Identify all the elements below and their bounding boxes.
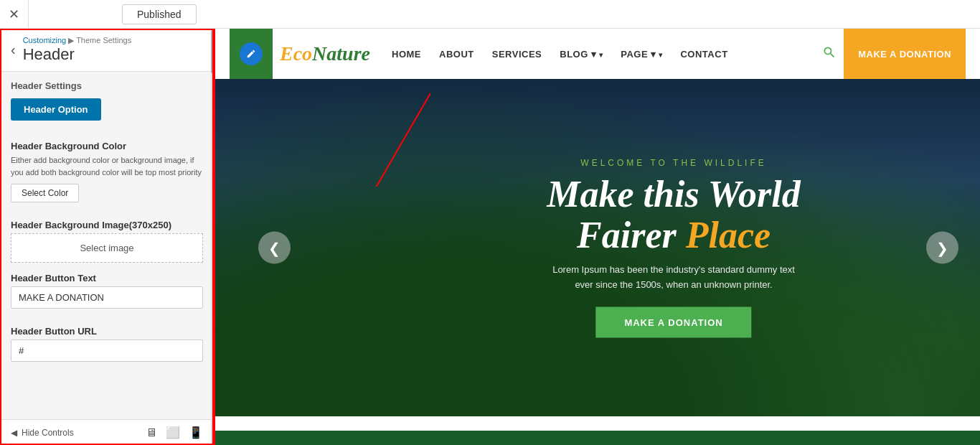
tablet-icon: ⬜ [166,426,180,439]
carousel-prev-button[interactable]: ❮ [258,232,291,264]
close-icon: ✕ [9,6,19,22]
mobile-view-button[interactable]: 📱 [189,426,203,439]
btn-url-input[interactable] [11,339,203,362]
published-button[interactable]: Published [122,4,197,24]
preview-bottom-bar [215,416,980,431]
mobile-icon: 📱 [189,426,203,439]
scrollbar[interactable] [211,29,214,445]
panel-footer: ◀ Hide Controls 🖥 ⬜ 📱 [0,419,214,445]
bg-image-label: Header Background Image(370x250) [11,220,203,230]
carousel-next-icon: ❯ [936,239,948,256]
desktop-view-button[interactable]: 🖥 [146,426,157,439]
nav-donate-button[interactable]: MAKE A DONATION [844,29,966,79]
desktop-icon: 🖥 [146,426,157,439]
nav-page[interactable]: PAGE ▾ [621,49,662,60]
nav-links: HOME ABOUT SERVICES BLOG ▾ PAGE ▾ CONTAC… [392,49,822,60]
carousel-prev-icon: ❮ [268,239,281,256]
footer-icons: 🖥 ⬜ 📱 [146,426,203,439]
select-image-label: Select image [80,243,133,253]
bg-color-desc: Either add background color or backgroun… [11,154,203,178]
main-layout: ‹ Customizing ▶ Theme Settings Header He… [0,29,980,445]
header-option-button[interactable]: Header Option [11,98,101,121]
hero-title: Make this World Fairer Place [547,174,801,256]
breadcrumb: Customizing ▶ Theme Settings [23,36,132,45]
green-logo-block [230,29,273,79]
select-color-button[interactable]: Select Color [11,184,79,202]
btn-url-label: Header Button URL [11,326,203,337]
close-button[interactable]: ✕ [0,0,29,29]
header-settings-label: Header Settings [11,80,203,91]
back-button[interactable]: ‹ [11,42,16,58]
hide-controls-label: Hide Controls [22,428,74,438]
btn-text-label: Header Button Text [11,273,203,284]
breadcrumb-customizing[interactable]: Customizing [23,36,67,44]
nav-blog[interactable]: BLOG ▾ [560,49,603,60]
panel-content: Header Settings Header Option Header Bac… [0,72,214,419]
hero-content: WELCOME TO THE WILDLIFE Make this World … [547,158,801,338]
scroll-thumb [211,30,214,73]
nav-home[interactable]: HOME [392,49,421,60]
customizer-panel: ‹ Customizing ▶ Theme Settings Header He… [0,29,215,445]
nav-services[interactable]: SERVICES [492,49,542,60]
hero-desc: Lorem Ipsum has been the industry's stan… [547,263,801,293]
nav-contact[interactable]: CONTACT [680,49,727,60]
edit-icon[interactable] [240,42,263,65]
hide-controls-icon: ◀ [11,428,17,438]
hide-controls-button[interactable]: ◀ Hide Controls [11,428,74,438]
select-image-area[interactable]: Select image [11,233,203,263]
carousel-next-button[interactable]: ❯ [926,232,958,264]
hero-title-line1: Make this World [547,174,801,215]
nav-about[interactable]: ABOUT [439,49,474,60]
hero-section: ❮ WELCOME TO THE WILDLIFE Make this Worl… [215,79,980,416]
hero-donate-button[interactable]: MAKE A DONATION [595,306,751,337]
site-logo: EcoNature [280,42,370,65]
panel-header: ‹ Customizing ▶ Theme Settings Header [0,29,214,72]
site-nav: EcoNature HOME ABOUT SERVICES BLOG ▾ PAG… [215,29,980,79]
preview-area: EcoNature HOME ABOUT SERVICES BLOG ▾ PAG… [215,29,980,445]
panel-header-text: Customizing ▶ Theme Settings Header [23,36,132,64]
btn-text-input[interactable] [11,286,203,309]
hero-title-orange: Place [686,215,771,256]
hero-subtitle: WELCOME TO THE WILDLIFE [547,158,801,168]
search-icon[interactable] [822,45,837,63]
top-bar: ✕ Published [0,0,980,29]
panel-title: Header [23,45,132,64]
tablet-view-button[interactable]: ⬜ [166,426,180,439]
hero-title-line2: Fairer Place [547,215,801,256]
bg-color-label: Header Background Color [11,141,203,151]
